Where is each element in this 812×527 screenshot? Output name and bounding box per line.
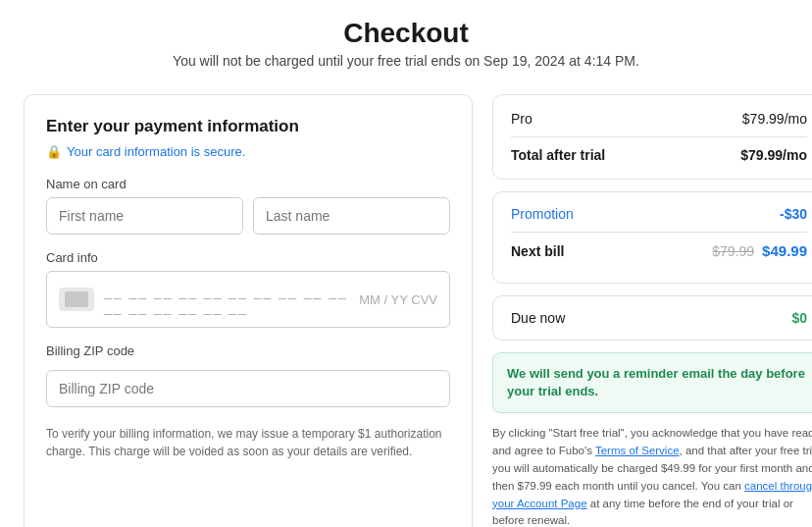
promotion-value: -$30 (780, 206, 807, 222)
total-after-trial-row: Total after trial $79.99/mo (511, 147, 807, 163)
last-name-input[interactable] (253, 197, 450, 235)
promo-box: Promotion -$30 Next bill $79.99 $49.99 (492, 191, 812, 284)
due-now-row: Due now $0 (511, 310, 807, 326)
card-date-cvv: MM / YY CVV (359, 292, 437, 307)
page-subtitle: You will not be charged until your free … (20, 53, 792, 69)
next-bill-row: Next bill $79.99 $49.99 (511, 242, 807, 259)
page-header: Checkout You will not be charged until y… (0, 0, 812, 79)
reminder-text: We will send you a reminder email the da… (507, 365, 811, 400)
legal-text: By clicking "Start free trial", you ackn… (492, 425, 812, 527)
secure-notice-text: Your card information is secure. (67, 144, 245, 159)
plan-price: $79.99/mo (742, 111, 807, 127)
promo-divider (511, 232, 807, 233)
terms-of-service-link[interactable]: Terms of Service (595, 445, 680, 456)
disclaimer-text: To verify your billing information, we m… (46, 425, 450, 460)
name-row (46, 197, 450, 235)
billing-zip-input[interactable] (46, 370, 450, 407)
reminder-box: We will send you a reminder email the da… (492, 352, 812, 413)
promotion-row: Promotion -$30 (511, 206, 807, 222)
due-now-value: $0 (791, 310, 807, 326)
divider (511, 136, 807, 137)
total-after-trial-label: Total after trial (511, 147, 605, 163)
pricing-box: Pro $79.99/mo Total after trial $79.99/m… (492, 94, 812, 180)
lock-icon: 🔒 (46, 144, 62, 159)
card-info-label: Card info (46, 250, 450, 265)
panel-title: Enter your payment information (46, 117, 450, 136)
card-number-placeholder: __ __ __ __ __ __ __ __ __ __ __ __ __ _… (104, 284, 349, 315)
card-info-box[interactable]: __ __ __ __ __ __ __ __ __ __ __ __ __ _… (46, 271, 450, 328)
due-now-label: Due now (511, 310, 565, 326)
next-bill-label: Next bill (511, 243, 564, 259)
secure-notice: 🔒 Your card information is secure. (46, 144, 450, 159)
total-after-trial-value: $79.99/mo (740, 147, 807, 163)
payment-panel: Enter your payment information 🔒 Your ca… (24, 94, 473, 527)
due-now-box: Due now $0 (492, 295, 812, 341)
promotion-label: Promotion (511, 206, 574, 222)
card-chip-icon (59, 288, 94, 311)
next-bill-original: $79.99 (712, 243, 754, 259)
first-name-input[interactable] (46, 197, 243, 235)
plan-row: Pro $79.99/mo (511, 111, 807, 127)
next-bill-value: $79.99 $49.99 (712, 242, 807, 259)
name-on-card-label: Name on card (46, 177, 450, 191)
summary-panel: Pro $79.99/mo Total after trial $79.99/m… (492, 94, 812, 527)
billing-zip-label: Billing ZIP code (46, 343, 450, 358)
next-bill-discounted: $49.99 (762, 242, 807, 259)
plan-label: Pro (511, 111, 533, 127)
page-title: Checkout (20, 18, 792, 49)
main-content: Enter your payment information 🔒 Your ca… (0, 79, 812, 527)
